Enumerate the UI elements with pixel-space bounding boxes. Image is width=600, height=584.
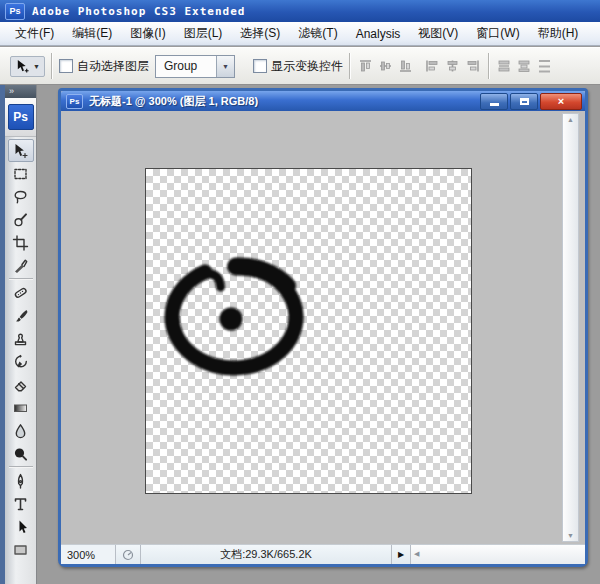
status-expand-button[interactable]: ▶ [392,545,411,564]
auto-select-layer-option: 自动选择图层 [59,58,149,75]
tools-column [5,137,36,561]
canvas[interactable] [145,168,472,494]
history-brush-tool[interactable] [8,350,34,373]
menu-filter[interactable]: 滤镜(T) [289,25,346,42]
document-title: 无标题-1 @ 300% (图层 1, RGB/8) [89,94,474,109]
rectangle-shape-tool[interactable] [8,538,34,561]
app-icon: Ps [5,3,25,20]
menu-help[interactable]: 帮助(H) [529,25,588,42]
path-selection-tool[interactable] [8,515,34,538]
document-titlebar[interactable]: Ps 无标题-1 @ 300% (图层 1, RGB/8) × [61,91,585,111]
brush-tool[interactable] [8,304,34,327]
ps-logo-icon: Ps [8,104,34,130]
dodge-tool[interactable] [8,442,34,465]
tool-preset-caret-icon[interactable]: ▼ [33,63,40,70]
align-right-edges-button[interactable] [464,58,482,75]
quick-selection-tool[interactable] [8,208,34,231]
scroll-up-icon[interactable]: ▲ [563,116,578,123]
minimize-button[interactable] [480,93,508,110]
menu-image[interactable]: 图像(I) [121,25,174,42]
menu-analysis[interactable]: Analysis [347,27,410,41]
app-titlebar: Ps Adobe Photoshop CS3 Extended [0,0,600,22]
show-transform-label: 显示变换控件 [271,58,343,75]
group-dropdown[interactable]: Group ▼ [155,55,235,78]
document-size-info: 文档:29.3K/665.2K [141,545,392,564]
move-tool-preset[interactable]: ▼ [10,56,45,77]
separator [51,53,53,79]
menu-view[interactable]: 视图(V) [409,25,467,42]
align-vertical-centers-button[interactable] [377,58,395,75]
auto-select-layer-label: 自动选择图层 [77,58,149,75]
app-title: Adobe Photoshop CS3 Extended [32,5,245,18]
horizontal-type-tool[interactable] [8,492,34,515]
blur-tool[interactable] [8,419,34,442]
align-top-edges-button[interactable] [357,58,375,75]
clone-stamp-tool[interactable] [8,327,34,350]
scroll-left-icon[interactable]: ◀ [414,550,419,558]
healing-brush-tool[interactable] [8,281,34,304]
menu-file[interactable]: 文件(F) [6,25,63,42]
show-transform-checkbox[interactable] [253,59,267,73]
ps-logo: Ps [5,98,36,137]
distribute-left-edges-button[interactable] [496,58,514,75]
status-dial-icon [116,545,141,564]
group-dropdown-value: Group [156,56,216,77]
align-left-edges-button[interactable] [424,58,442,75]
separator [349,53,351,79]
minimize-icon [490,103,499,106]
maximize-icon [520,98,529,105]
crop-tool[interactable] [8,231,34,254]
vertical-scrollbar[interactable]: ▲ ▼ [562,113,579,542]
align-buttons-group [357,58,482,75]
document-window: Ps 无标题-1 @ 300% (图层 1, RGB/8) × [58,88,588,567]
move-tool-icon [15,59,30,74]
menu-layer[interactable]: 图层(L) [175,25,232,42]
status-bar: 300% 文档:29.3K/665.2K ▶ ◀ [61,544,585,564]
workspace: Ps 无标题-1 @ 300% (图层 1, RGB/8) × [0,85,600,584]
window-controls: × [480,93,582,110]
zoom-level-field[interactable]: 300% [61,545,116,564]
scroll-down-icon[interactable]: ▼ [563,532,578,539]
align-bottom-edges-button[interactable] [397,58,415,75]
tool-panel: » Ps [0,85,37,584]
slice-tool[interactable] [8,254,34,277]
separator [488,53,490,79]
show-transform-option: 显示变换控件 [253,58,343,75]
gradient-tool[interactable] [8,396,34,419]
separator [9,466,33,468]
distribute-horizontal-centers-button[interactable] [516,58,534,75]
options-bar: ▼ 自动选择图层 Group ▼ 显示变换控件 [0,47,600,85]
close-button[interactable]: × [540,93,582,110]
lasso-tool[interactable] [8,185,34,208]
horizontal-scrollbar[interactable]: ◀ [411,545,585,564]
menu-edit[interactable]: 编辑(E) [63,25,121,42]
pen-tool[interactable] [8,469,34,492]
panel-collapse-button[interactable]: » [5,85,36,98]
distribute-right-edges-button[interactable] [536,58,554,75]
eraser-tool[interactable] [8,373,34,396]
document-content: ▲ ▼ 300% 文档:29.3K/665.2K ▶ ◀ [61,111,585,564]
align-horizontal-centers-button[interactable] [444,58,462,75]
auto-select-layer-checkbox[interactable] [59,59,73,73]
menu-window[interactable]: 窗口(W) [467,25,528,42]
move-tool[interactable] [8,139,34,162]
rectangular-marquee-tool[interactable] [8,162,34,185]
maximize-button[interactable] [510,93,538,110]
separator [9,278,33,280]
menu-select[interactable]: 选择(S) [231,25,289,42]
brush-drawing [146,169,471,493]
document-icon: Ps [66,94,83,109]
distribute-buttons-group [496,58,554,75]
group-dropdown-arrow-icon[interactable]: ▼ [216,56,234,77]
menubar: 文件(F) 编辑(E) 图像(I) 图层(L) 选择(S) 滤镜(T) Anal… [0,22,600,46]
